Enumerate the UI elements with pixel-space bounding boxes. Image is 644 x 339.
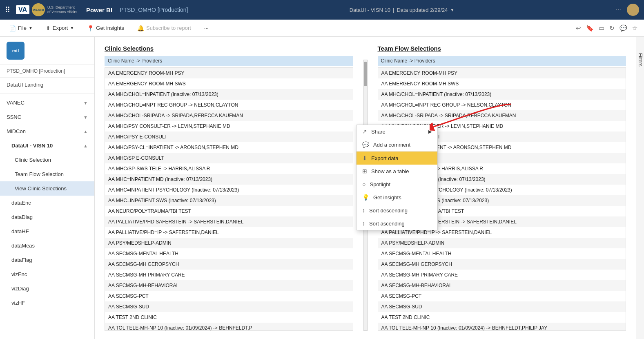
sidebar-item-vanec[interactable]: VANEC ▼ bbox=[0, 96, 94, 110]
clinic-list-item[interactable]: AA MHC/CHOL-SRIPADA -> SRIPADA,REBECCA K… bbox=[105, 110, 353, 121]
team-list-item[interactable]: AA MHC/CHOL-SRIPADA -> SRIPADA,REBECCA K… bbox=[378, 110, 626, 121]
top-bar-center: DataUI - VISN 10 | Data updated 2/29/24 … bbox=[192, 7, 611, 13]
sidebar-divider-1 bbox=[0, 94, 94, 94]
sidebar-item-datahf[interactable]: dataHF bbox=[0, 224, 94, 239]
team-list-item[interactable]: AA TEST 2ND CLINIC bbox=[378, 312, 626, 323]
apps-icon[interactable]: ⠿ bbox=[5, 5, 10, 14]
data-updated: Data updated 2/29/24 bbox=[397, 7, 448, 13]
clinic-list-item[interactable]: AA TOL TELE-MH-NP 10 (Inactive: 01/09/20… bbox=[105, 323, 353, 331]
team-list-item[interactable]: AA SECMSG-PCT bbox=[378, 291, 626, 301]
team-list-item[interactable]: AA TOL TELE-MH-NP 10 (Inactive: 01/09/20… bbox=[378, 323, 626, 331]
right-filter-panel[interactable]: Filters bbox=[636, 37, 644, 339]
sidebar-item-ptsd: PTSD_OMHO [Production] bbox=[0, 65, 94, 78]
clinic-list-item[interactable]: AA MHC/PSY CONSULT-ER -> LEVIN,STEPHANIE… bbox=[105, 121, 353, 132]
sidebar-item-vizenc[interactable]: vizEnc bbox=[0, 267, 94, 281]
export-button[interactable]: ⬆ Export ▼ bbox=[43, 23, 76, 33]
sidebar-item-midcon[interactable]: MiDCon ▲ bbox=[0, 124, 94, 138]
context-menu-item-share[interactable]: ↗Share▶ bbox=[357, 125, 437, 138]
sidebar-item-ssnc[interactable]: SSNC ▼ bbox=[0, 110, 94, 124]
clinic-list-item[interactable]: AA MHC/CHOL=INPT REC GROUP -> NELSON,CLA… bbox=[105, 100, 353, 110]
context-menu-item-get-insights[interactable]: 💡Get insights bbox=[357, 191, 437, 204]
toolbar-right: ↩ 🔖 ▭ ↻ 💬 ☆ bbox=[576, 25, 637, 32]
clinic-list-item[interactable]: AA EMERGENCY ROOM-MH SWS bbox=[105, 78, 353, 89]
chat-icon[interactable]: 💬 bbox=[619, 25, 627, 32]
team-list-item[interactable]: AA EMERGENCY ROOM-MH SWS bbox=[378, 78, 626, 89]
va-label: VA bbox=[16, 5, 29, 14]
clinic-list-item[interactable]: AA SECMSG-PCT bbox=[105, 291, 353, 301]
clinic-selections-title: Clinic Selections bbox=[105, 45, 353, 52]
context-menu-item-spotlight[interactable]: ○Spotlight bbox=[357, 178, 437, 191]
bookmark-icon[interactable]: 🔖 bbox=[586, 25, 594, 32]
sidebar-item-label: VANEC bbox=[7, 100, 25, 106]
sidebar-item-datauianding[interactable]: DataUI Landing bbox=[0, 78, 94, 92]
layout-icon[interactable]: ▭ bbox=[599, 25, 604, 32]
sidebar-item-dataflag[interactable]: dataFlag bbox=[0, 253, 94, 267]
undo-icon[interactable]: ↩ bbox=[576, 25, 581, 32]
subscribe-button: 🔔 Subscribe to report bbox=[135, 23, 194, 33]
clinic-list-item[interactable]: AA MHC=INPATIENT MD (Inactive: 07/13/202… bbox=[105, 174, 353, 185]
sidebar-nav: PTSD_OMHO [Production] DataUI Landing VA… bbox=[0, 65, 94, 339]
sidebar-item-datameas[interactable]: dataMeas bbox=[0, 239, 94, 253]
team-list-item[interactable]: AA SECMSG-MENTAL HEALTH bbox=[378, 248, 626, 259]
clinic-list-item[interactable]: AA MHC=INPATIENT SWS (Inactive: 07/13/20… bbox=[105, 195, 353, 206]
clinic-list-item[interactable]: AA SECMSG-MH-BEHAVIORAL bbox=[105, 280, 353, 291]
clinic-list-item[interactable]: AA PSY/MEDSHELP-ADMIN bbox=[105, 238, 353, 248]
star-icon[interactable]: ☆ bbox=[632, 25, 637, 32]
midcon-chevron: ▲ bbox=[83, 129, 88, 134]
context-menu-item-sort-descending[interactable]: ↕Sort descending bbox=[357, 204, 437, 217]
sidebar-item-vizdiag[interactable]: vizDiag bbox=[0, 281, 94, 296]
toolbar-more-button[interactable]: ··· bbox=[202, 23, 211, 33]
team-list-item[interactable]: AA PSY/MEDSHELP-ADMIN bbox=[378, 238, 626, 248]
insights-button[interactable]: 📍 Get insights bbox=[85, 23, 127, 33]
sidebar-item-viewclinic[interactable]: View Clinic Selections bbox=[0, 181, 94, 196]
sidebar-item-dataenc[interactable]: dataEnc bbox=[0, 196, 94, 210]
team-list-item[interactable]: AA EMERGENCY ROOM-MH PSY bbox=[378, 68, 626, 78]
clinic-list-item[interactable]: AA MHC/PSY-CL=INPATIENT -> ARONSON,STEPH… bbox=[105, 142, 353, 153]
team-list-item[interactable]: AA SECMSG-SUD bbox=[378, 301, 626, 312]
data-updated-chevron[interactable]: ▼ bbox=[450, 8, 455, 12]
clinic-list-item[interactable]: AA SECMSG-SUD bbox=[105, 301, 353, 312]
sidebar-item-datauivisn10[interactable]: DataUI - VISN 10 ▲ bbox=[0, 138, 94, 153]
mtl-logo: mtl bbox=[7, 42, 25, 60]
team-list-item[interactable]: AA MHC/CHOL=INPATIENT (Inactive: 07/13/2… bbox=[378, 89, 626, 100]
clinic-list-item[interactable]: AA EMERGENCY ROOM-MH PSY bbox=[105, 68, 353, 78]
divider: | bbox=[393, 7, 394, 13]
sidebar-item-label: MiDCon bbox=[7, 128, 26, 134]
clinic-list-item[interactable]: AA MHC=INPATIENT PSYCHOLOGY (Inactive: 0… bbox=[105, 185, 353, 195]
vanec-chevron: ▼ bbox=[83, 100, 88, 105]
team-list-item[interactable]: AA SECMSG-MH GEROPSYCH bbox=[378, 259, 626, 270]
context-menu-item-show-as-a-table[interactable]: ⊞Show as a table bbox=[357, 165, 437, 178]
sidebar-item-datadiag[interactable]: dataDiag bbox=[0, 210, 94, 224]
clinic-list-item[interactable]: AA SECMSG-MH GEROPSYCH bbox=[105, 259, 353, 270]
clinic-list-item[interactable]: AA PALLIATIVE/PHD SAFERSTEIN -> SAFERSTE… bbox=[105, 216, 353, 227]
more-options-icon[interactable]: ··· bbox=[616, 6, 621, 13]
team-flow-title: Team Flow Selections bbox=[378, 45, 626, 52]
clinic-list-item[interactable]: AA NEURO/POLYTRAUMA/TBI TEST bbox=[105, 206, 353, 216]
sidebar-item-label: SSNC bbox=[7, 114, 21, 120]
mtl-logo-text: mtl bbox=[12, 48, 19, 53]
team-list-item[interactable]: AA SECMSG-MH PRIMARY CARE bbox=[378, 270, 626, 280]
avatar[interactable] bbox=[627, 4, 639, 16]
clinic-list-item[interactable]: AA SECMSG-MENTAL HEALTH bbox=[105, 248, 353, 259]
team-list-item[interactable]: AA MHC/CHOL=INPT REC GROUP -> NELSON,CLA… bbox=[378, 100, 626, 110]
context-menu-item-add-a-comment[interactable]: 💬Add a comment bbox=[357, 138, 437, 151]
clinic-selections-list[interactable]: AA EMERGENCY ROOM-MH PSYAA EMERGENCY ROO… bbox=[105, 67, 353, 331]
sidebar-item-clinicselection[interactable]: Clinic Selection bbox=[0, 153, 94, 167]
sidebar-item-teamflow[interactable]: Team Flow Selection bbox=[0, 167, 94, 181]
top-bar: ⠿ VA U.S. Dept U.S. Departmentof Veteran… bbox=[0, 0, 644, 20]
clinic-list-item[interactable]: AA MHC/SP E-CONSULT bbox=[105, 153, 353, 163]
clinic-list-item[interactable]: AA PALLIATIVE/PHD=IP -> SAFERSTEIN,DANIE… bbox=[105, 227, 353, 238]
subscribe-icon: 🔔 bbox=[137, 25, 144, 31]
clinic-list-item[interactable]: AA MHC/PSY E-CONSULT bbox=[105, 132, 353, 142]
context-menu-item-export-data[interactable]: ⬇Export data bbox=[357, 152, 437, 165]
clinic-list-item[interactable]: AA TEST 2ND CLINIC bbox=[105, 312, 353, 323]
context-menu-item-sort-ascending[interactable]: ↕Sort ascending bbox=[357, 217, 437, 230]
clinic-list-item[interactable]: AA MHC/CHOL=INPATIENT (Inactive: 07/13/2… bbox=[105, 89, 353, 100]
file-button[interactable]: 📄 File ▼ bbox=[7, 23, 35, 33]
sidebar-item-vizhf[interactable]: vizHF bbox=[0, 296, 94, 310]
team-list-item[interactable]: AA SECMSG-MH-BEHAVIORAL bbox=[378, 280, 626, 291]
sidebar-item-label: dataHF bbox=[11, 228, 29, 234]
clinic-list-item[interactable]: AA SECMSG-MH PRIMARY CARE bbox=[105, 270, 353, 280]
refresh-icon[interactable]: ↻ bbox=[609, 25, 615, 32]
clinic-list-item[interactable]: AA MHC/SP-SWS TELE -> HARRIS,ALISSA R bbox=[105, 163, 353, 174]
